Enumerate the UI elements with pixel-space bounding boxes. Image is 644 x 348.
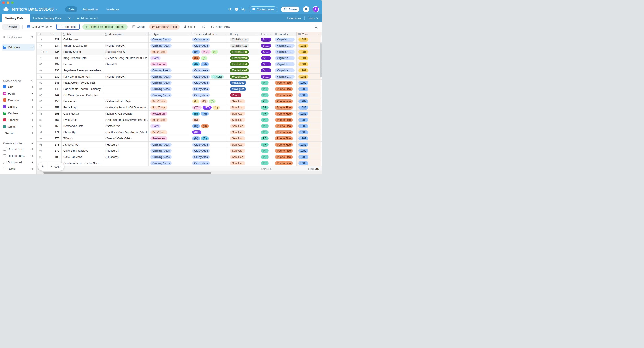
cell-type[interactable]: Cruising Areas — [148, 154, 190, 160]
cell-type[interactable]: Bars/Clubs — [148, 129, 190, 135]
cell-country[interactable]: Puerto Rico — [273, 129, 296, 135]
cell-description[interactable]: (Opens 6 pm) Seaview nr. Barefo... — [104, 117, 148, 123]
cell-amenityfeatures[interactable]: (H)(*) — [190, 55, 228, 61]
row-select-cell[interactable] — [37, 49, 49, 55]
plus-icon[interactable]: + — [32, 167, 34, 171]
cell-amenityfeatures[interactable]: Cruisy Area — [190, 160, 228, 166]
cell-country[interactable]: Virgin Islands — [273, 61, 296, 67]
cell-amenityfeatures[interactable]: Cruisy Area — [190, 36, 228, 43]
tab-chevron-icon[interactable] — [25, 17, 27, 19]
cell-year[interactable]: 1982 — [296, 111, 321, 117]
topnav-automations[interactable]: Automations — [79, 6, 101, 12]
cell-region[interactable]: PR — [259, 92, 273, 98]
cell-title[interactable]: Tiffany's — [62, 135, 104, 142]
add-with-ai-button[interactable]: ✦ Add... — [47, 165, 64, 168]
cell-region[interactable]: PR — [259, 80, 273, 86]
cell-city[interactable]: San Juan — [228, 117, 259, 123]
column-header-description[interactable]: Adescription — [104, 32, 148, 36]
cell-type[interactable]: Hotel — [148, 123, 190, 129]
cell-title[interactable]: Piazza — [62, 61, 104, 67]
row-select-cell[interactable]: 87 — [37, 104, 49, 111]
cell-region[interactable]: PR — [259, 129, 273, 135]
close-window-icon[interactable] — [2, 1, 5, 4]
cell-city[interactable]: Frederiksted — [228, 61, 259, 67]
cell-title[interactable]: Old Fortress — [62, 36, 104, 43]
cell-description[interactable] — [104, 86, 148, 92]
cell-region[interactable]: PR — [259, 154, 273, 160]
cell-year[interactable]: 1982 — [296, 142, 321, 148]
cell-amenityfeatures[interactable]: Cruisy Area — [190, 43, 228, 49]
cell-type[interactable]: Cruising Areas — [148, 36, 190, 43]
cell-title[interactable]: Eyes Disco — [62, 117, 104, 123]
cell-amenityfeatures[interactable]: (R)(M) — [190, 111, 228, 117]
cell-title[interactable]: San Vicente Theatre - balcony — [62, 86, 104, 92]
add-record-button[interactable]: + — [38, 162, 47, 171]
column-header-sel[interactable] — [37, 32, 49, 36]
plus-icon[interactable]: + — [32, 154, 34, 158]
cell-type[interactable]: Bars/Clubs — [148, 104, 190, 111]
group-button[interactable]: Group — [130, 24, 146, 30]
cell-description[interactable] — [104, 80, 148, 86]
search-button[interactable] — [313, 24, 320, 30]
cell-extra[interactable] — [321, 92, 322, 98]
cell-extra[interactable] — [321, 129, 322, 135]
cell-country[interactable]: Virgin Islands — [273, 49, 296, 55]
tools-button[interactable]: Tools — [308, 16, 319, 20]
cell-type[interactable]: Bars/Clubs — [148, 117, 190, 123]
cell-description[interactable] — [104, 67, 148, 74]
cell-id[interactable]: 138 — [49, 67, 62, 74]
cell-city[interactable]: Christiansted — [228, 43, 259, 49]
cell-country[interactable]: Puerto Rico — [273, 111, 296, 117]
cell-amenityfeatures[interactable]: (D) — [190, 117, 228, 123]
cell-description[interactable]: Ashford Ave. — [104, 123, 148, 129]
sidebar-item-calendar[interactable]: Calendar+ — [2, 97, 35, 103]
cell-country[interactable]: Puerto Rico — [273, 86, 296, 92]
cell-type[interactable]: Cruising Areas — [148, 92, 190, 98]
cell-country[interactable]: Virgin Islands — [273, 55, 296, 61]
cell-country[interactable]: Puerto Rico — [273, 80, 296, 86]
cell-year[interactable]: 1981 — [296, 55, 321, 61]
cell-amenityfeatures[interactable]: (YC)(RT)(L) — [190, 104, 228, 111]
cell-city[interactable]: Mayaguez — [228, 80, 259, 86]
cell-country[interactable]: Virgin Islands — [273, 74, 296, 80]
cell-country[interactable]: Virgin Islands — [273, 67, 296, 74]
hide-fields-button[interactable]: Hide fields — [56, 24, 80, 30]
cell-id[interactable]: 178 — [49, 142, 62, 148]
create-a-view-header[interactable]: Create a view — [3, 79, 34, 83]
cell-country[interactable]: Puerto Rico — [273, 160, 296, 166]
cell-city[interactable]: Frederiksted — [228, 55, 259, 61]
cell-year[interactable]: 1982 — [296, 160, 321, 166]
plus-icon[interactable]: + — [32, 105, 34, 108]
row-select-cell[interactable]: 92 — [37, 135, 49, 142]
cell-country[interactable]: Puerto Rico — [273, 135, 296, 142]
cell-region[interactable]: PR — [259, 160, 273, 166]
cell-description[interactable]: (Snacks) Calle Cristo — [104, 135, 148, 142]
cell-amenityfeatures[interactable]: Cruisy Area — [190, 148, 228, 154]
cell-extra[interactable] — [321, 142, 322, 148]
cell-extra[interactable] — [321, 135, 322, 142]
row-select-cell[interactable]: 90 — [37, 123, 49, 129]
cell-extra[interactable] — [321, 98, 322, 104]
checkbox[interactable] — [38, 33, 41, 35]
cell-amenityfeatures[interactable]: Cruisy Area — [190, 67, 228, 74]
cell-type[interactable]: Restaurant — [148, 61, 190, 67]
cell-amenityfeatures[interactable]: Cruisy Area — [190, 154, 228, 160]
cell-year[interactable]: 1981 — [296, 74, 321, 80]
row-select-cell[interactable]: 89 — [37, 117, 49, 123]
column-header-type[interactable]: type — [148, 32, 190, 36]
cell-year[interactable]: 1981 — [296, 67, 321, 74]
column-header-i[interactable]: 12I... — [49, 32, 62, 36]
avatar[interactable]: L — [313, 6, 319, 12]
plus-icon[interactable]: + — [32, 85, 34, 89]
cell-id[interactable]: 151 — [49, 104, 62, 111]
cell-id[interactable]: 136 — [49, 55, 62, 61]
cell-title[interactable]: Plaza Colon - by City Hall — [62, 80, 104, 86]
tab-unclear-territory-data[interactable]: Unclear Territory Data — [30, 14, 64, 22]
cell-extra[interactable] — [321, 86, 322, 92]
column-header-country[interactable]: country — [273, 32, 296, 36]
cell-city[interactable]: Frederiksted — [228, 74, 259, 80]
cell-country[interactable]: Puerto Rico — [273, 98, 296, 104]
cell-city[interactable]: Frederiksted — [228, 49, 259, 55]
cell-region[interactable]: PR — [259, 98, 273, 104]
row-select-cell[interactable]: 86 — [37, 98, 49, 104]
